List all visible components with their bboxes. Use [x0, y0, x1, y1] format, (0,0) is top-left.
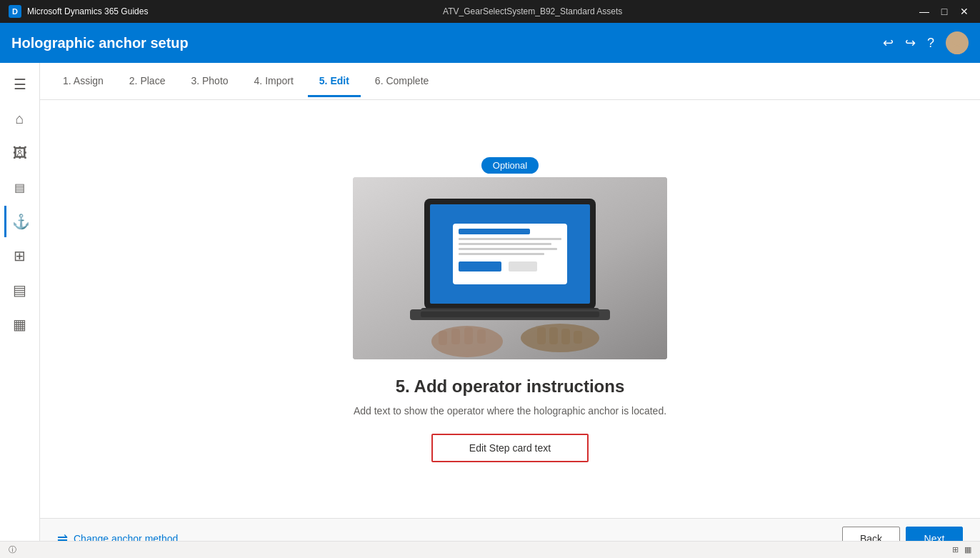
svg-rect-18 — [439, 331, 447, 345]
sidebar-item-table[interactable]: ▦ — [4, 309, 36, 340]
svg-rect-24 — [561, 329, 570, 344]
svg-rect-6 — [459, 229, 530, 234]
help-icon[interactable]: ? — [927, 36, 934, 51]
sidebar-item-home[interactable]: ⌂ — [4, 103, 36, 134]
info-icon: ⓘ — [9, 544, 16, 555]
redo-icon[interactable]: ↪ — [905, 35, 916, 51]
svg-rect-11 — [459, 261, 501, 271]
svg-rect-20 — [464, 327, 473, 344]
svg-rect-9 — [459, 248, 557, 250]
step-description: Add text to show the operator where the … — [354, 405, 666, 417]
tab-complete[interactable]: 6. Complete — [364, 66, 440, 97]
image-container: Optional — [353, 177, 667, 359]
sidebar: ☰ ⌂ 🖼 ▤ ⚓ ⊞ ▤ ▦ — [0, 63, 40, 558]
main-body: ✉ Optional — [40, 100, 980, 518]
tab-place[interactable]: 2. Place — [118, 66, 177, 97]
app-name: Microsoft Dynamics 365 Guides — [27, 6, 148, 16]
image-wrapper: ✉ Optional — [353, 156, 667, 371]
undo-icon[interactable]: ↩ — [883, 35, 894, 51]
grid-icon: ⊞ — [14, 247, 26, 264]
statusbar: ⓘ ⊞ ▦ — [0, 541, 980, 558]
content-area: 1. Assign 2. Place 3. Photo 4. Import 5.… — [40, 63, 980, 558]
list-view-icon[interactable]: ▦ — [964, 545, 971, 554]
sidebar-item-image[interactable]: 🖼 — [4, 137, 36, 169]
step-image — [353, 177, 667, 359]
app-icon: D — [9, 5, 21, 18]
svg-rect-23 — [549, 327, 558, 344]
titlebar-controls[interactable]: — □ ✕ — [917, 6, 971, 17]
optional-badge: Optional — [481, 157, 539, 174]
menu-icon: ☰ — [14, 76, 26, 93]
sidebar-item-text[interactable]: ▤ — [4, 171, 36, 203]
svg-rect-10 — [459, 253, 544, 255]
close-button[interactable]: ✕ — [957, 6, 971, 17]
svg-rect-7 — [459, 238, 561, 240]
svg-rect-8 — [459, 243, 551, 245]
header: Holographic anchor setup ↩ ↪ ? — [0, 23, 980, 63]
tab-photo[interactable]: 3. Photo — [179, 66, 239, 97]
svg-point-0 — [952, 36, 962, 46]
sidebar-item-layout[interactable]: ▤ — [4, 274, 36, 306]
svg-rect-21 — [477, 329, 486, 344]
avatar[interactable] — [946, 31, 969, 54]
anchor-icon: ⚓ — [12, 213, 30, 230]
header-title: Holographic anchor setup — [11, 35, 189, 51]
edit-step-card-button[interactable]: Edit Step card text — [431, 434, 589, 462]
main-layout: ☰ ⌂ 🖼 ▤ ⚓ ⊞ ▤ ▦ 1. Assign — [0, 63, 980, 558]
svg-rect-19 — [451, 329, 460, 344]
svg-rect-12 — [509, 261, 537, 271]
svg-rect-22 — [537, 327, 546, 344]
tab-edit[interactable]: 5. Edit — [308, 66, 361, 97]
svg-point-17 — [521, 324, 599, 352]
text-icon: ▤ — [14, 181, 25, 194]
step-heading: 5. Add operator instructions — [396, 377, 624, 397]
grid-view-icon[interactable]: ⊞ — [952, 545, 959, 554]
layout-icon: ▤ — [13, 282, 26, 299]
file-name: ATV_GearSelectSystem_B92_Standard Assets — [443, 6, 622, 16]
minimize-button[interactable]: — — [917, 6, 931, 17]
sidebar-item-anchor[interactable]: ⚓ — [4, 206, 36, 237]
maximize-button[interactable]: □ — [937, 6, 951, 17]
header-actions: ↩ ↪ ? — [883, 31, 969, 54]
sidebar-item-menu[interactable]: ☰ — [4, 69, 36, 100]
svg-rect-25 — [574, 331, 582, 344]
titlebar-left: D Microsoft Dynamics 365 Guides — [9, 5, 148, 18]
sidebar-item-grid[interactable]: ⊞ — [4, 240, 36, 271]
tab-import[interactable]: 4. Import — [243, 66, 305, 97]
home-icon: ⌂ — [15, 111, 24, 127]
titlebar: D Microsoft Dynamics 365 Guides ATV_Gear… — [0, 0, 980, 23]
titlebar-center: ATV_GearSelectSystem_B92_Standard Assets — [148, 6, 917, 16]
table-icon: ▦ — [13, 316, 26, 333]
svg-rect-15 — [421, 312, 599, 317]
tab-assign[interactable]: 1. Assign — [51, 66, 115, 97]
image-icon: 🖼 — [13, 145, 27, 161]
tabs-bar: 1. Assign 2. Place 3. Photo 4. Import 5.… — [40, 63, 980, 100]
svg-point-1 — [950, 46, 964, 54]
